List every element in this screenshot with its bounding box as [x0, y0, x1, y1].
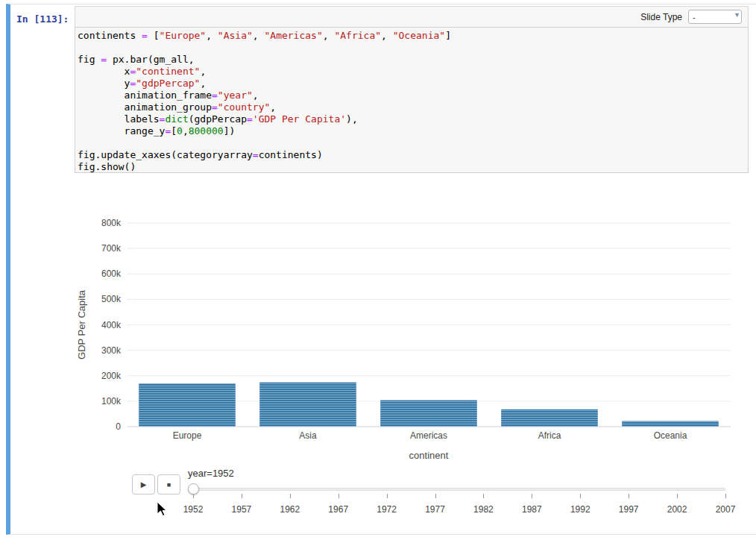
- x-tick-label: Asia: [299, 430, 317, 441]
- x-tick-label: Oceania: [654, 430, 687, 441]
- code-line: continents = ["Europe", "Asia", "America…: [78, 30, 745, 42]
- stop-icon: ■: [167, 481, 171, 489]
- slider-tick-label[interactable]: 1972: [372, 504, 402, 515]
- bar-africa[interactable]: [501, 409, 598, 427]
- slider-tick-mark: [725, 494, 726, 498]
- year-slider-ticks: 1952195719621967197219771982198719921997…: [188, 494, 731, 525]
- mouse-cursor: [157, 501, 170, 518]
- slider-tick-mark: [387, 494, 388, 498]
- code-line: fig.show(): [78, 161, 745, 173]
- slider-tick-mark: [242, 494, 242, 498]
- x-tick-label: Africa: [538, 430, 561, 441]
- code-line: range_y=[0,800000]): [78, 125, 745, 137]
- slider-tick-mark: [629, 494, 629, 498]
- slider-tick-mark: [532, 494, 532, 498]
- y-axis-title: GDP Per Capita: [76, 289, 87, 360]
- bar-americas[interactable]: [380, 401, 477, 427]
- slider-tick-mark: [580, 494, 581, 498]
- y-tick-label: 0: [116, 421, 121, 432]
- code-line: fig = px.bar(gm_all,: [78, 54, 745, 66]
- slide-type-select-wrap: - ▾: [688, 10, 742, 25]
- cell-toolbar: Slide Type - ▾: [75, 6, 749, 27]
- slider-tick-mark: [435, 494, 436, 498]
- slider-tick-label[interactable]: 1957: [227, 504, 256, 515]
- x-tick-label: Americas: [410, 430, 447, 441]
- code-editor[interactable]: continents = ["Europe", "Asia", "America…: [75, 27, 749, 173]
- y-tick-label: 600k: [101, 269, 122, 279]
- code-line: [78, 42, 745, 54]
- slider-tick-mark: [290, 494, 291, 498]
- gdp-bar-chart: 0100k200k300k400k500k600k700k800kEuropeA…: [75, 186, 738, 470]
- bar-oceania[interactable]: [622, 421, 719, 427]
- slider-tick-mark: [338, 494, 339, 498]
- notebook-page: In [113]: Slide Type - ▾ continents = ["…: [0, 0, 756, 540]
- y-tick-label: 400k: [101, 320, 122, 330]
- year-slider-handle[interactable]: [188, 483, 199, 495]
- code-line: animation_frame="year",: [78, 90, 745, 101]
- code-line: [78, 137, 745, 149]
- slide-type-select[interactable]: -: [688, 10, 742, 24]
- play-icon: ▶: [141, 480, 147, 489]
- y-tick-label: 100k: [101, 396, 122, 406]
- cell-prompt: In [113]:: [16, 13, 69, 25]
- code-line: animation_group="country",: [78, 101, 745, 113]
- slider-tick-mark: [193, 494, 194, 498]
- slider-tick-label[interactable]: 2007: [711, 504, 740, 515]
- slider-tick-label[interactable]: 1997: [614, 504, 643, 515]
- stop-button[interactable]: ■: [157, 474, 180, 495]
- y-tick-label: 200k: [101, 371, 122, 381]
- code-line: fig.update_xaxes(categoryarray=continent…: [78, 149, 745, 161]
- slider-tick-mark: [483, 494, 484, 498]
- slider-tick-label[interactable]: 2002: [662, 504, 692, 515]
- slider-tick-label[interactable]: 1962: [275, 504, 305, 515]
- slider-tick-label[interactable]: 1987: [517, 504, 546, 515]
- slider-tick-label[interactable]: 1982: [468, 504, 498, 515]
- animation-frame-label: year=1952: [188, 468, 234, 479]
- y-tick-label: 800k: [101, 218, 122, 228]
- year-slider-track[interactable]: [188, 488, 725, 491]
- slider-tick-label[interactable]: 1992: [565, 504, 595, 515]
- y-tick-label: 700k: [101, 243, 122, 254]
- slide-type-label: Slide Type: [640, 12, 682, 22]
- code-lines: continents = ["Europe", "Asia", "America…: [78, 30, 745, 173]
- slider-tick-label[interactable]: 1967: [324, 504, 353, 515]
- x-tick-label: Europe: [173, 430, 202, 441]
- code-line: x="continent",: [78, 66, 745, 78]
- code-line: y="gdpPercap",: [78, 78, 745, 90]
- slider-tick-label[interactable]: 1952: [178, 504, 208, 515]
- y-tick-label: 300k: [101, 345, 122, 356]
- bar-europe[interactable]: [139, 383, 236, 427]
- slider-tick-mark: [677, 494, 678, 498]
- x-axis-title: continent: [409, 450, 449, 461]
- play-button[interactable]: ▶: [132, 474, 155, 495]
- slider-tick-label[interactable]: 1977: [420, 504, 450, 515]
- bar-asia[interactable]: [259, 383, 356, 427]
- y-tick-label: 500k: [101, 294, 122, 304]
- code-line: labels=dict(gdpPercap='GDP Per Capita'),: [78, 113, 745, 125]
